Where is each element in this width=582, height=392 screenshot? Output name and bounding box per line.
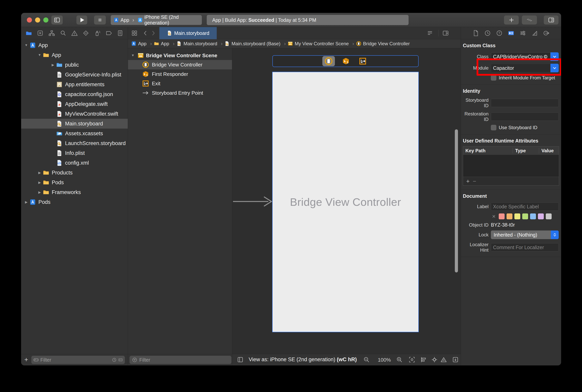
breadcrumb-item[interactable]: Bridge View Controller ›	[356, 41, 410, 46]
disclosure-triangle-icon[interactable]	[23, 43, 29, 47]
file-row[interactable]: Pods	[21, 178, 128, 188]
disclosure-triangle-icon[interactable]	[36, 180, 43, 185]
file-row[interactable]: capacitor.config.json	[21, 90, 128, 99]
resolve-autolayout-icon[interactable]	[440, 356, 447, 363]
use-storyboard-id-checkbox[interactable]	[491, 125, 496, 130]
file-row[interactable]: Main.storyboard	[21, 119, 128, 128]
toggle-outline-icon[interactable]	[237, 356, 244, 363]
class-dropdown-button[interactable]	[551, 52, 559, 61]
breadcrumb-item[interactable]: Main.storyboard ›	[176, 41, 224, 46]
tab-issue-navigator[interactable]	[71, 30, 78, 36]
zoom-out-icon[interactable]	[363, 356, 370, 363]
tab-connections-inspector[interactable]	[543, 30, 550, 36]
tab-identity-inspector[interactable]	[508, 30, 514, 36]
tab-attributes-inspector[interactable]	[520, 30, 526, 36]
inherit-module-checkbox[interactable]	[491, 75, 496, 80]
lock-popup[interactable]: Inherited - (Nothing)	[491, 230, 551, 239]
document-label-input[interactable]	[491, 202, 559, 211]
dock-view-controller-button[interactable]	[322, 56, 335, 66]
jump-to-class-arrow-icon[interactable]	[543, 54, 548, 60]
file-row[interactable]: AppDelegate.swift	[21, 99, 128, 109]
file-row[interactable]: public	[21, 60, 128, 70]
tab-project-navigator[interactable]	[25, 30, 32, 36]
module-field[interactable]: Capacitor	[491, 64, 551, 72]
navigator-filter-field[interactable]	[31, 356, 125, 364]
add-file-button[interactable]: +	[24, 356, 28, 364]
stop-button[interactable]	[94, 16, 106, 24]
breadcrumb-item[interactable]: App ›	[131, 41, 154, 46]
lock-popup-stepper[interactable]	[551, 230, 559, 239]
close-window-button[interactable]	[27, 18, 32, 22]
file-row[interactable]: Pods	[21, 197, 128, 207]
editor-tab-main-storyboard[interactable]: Main.storyboard	[159, 27, 217, 39]
tab-size-inspector[interactable]	[531, 30, 538, 36]
localizer-hint-input[interactable]	[491, 243, 559, 252]
related-items-grid-icon[interactable]	[131, 30, 138, 36]
breadcrumb-item[interactable]: My View Controller Scene ›	[288, 41, 356, 46]
tab-symbol-navigator[interactable]	[48, 30, 55, 36]
outline-filter-field[interactable]	[129, 356, 231, 364]
class-field[interactable]: CAPBridgeViewControl...	[491, 52, 551, 61]
file-row[interactable]: GoogleService-Info.plist	[21, 70, 128, 80]
add-attribute-button[interactable]: +	[466, 178, 470, 185]
color-tag-swatch[interactable]	[530, 214, 536, 219]
disclosure-triangle-icon[interactable]	[36, 53, 43, 57]
file-row[interactable]: Frameworks	[21, 188, 128, 197]
zoom-window-button[interactable]	[43, 18, 48, 22]
outline-item[interactable]: Exit	[128, 79, 232, 88]
tab-quick-help-inspector[interactable]	[496, 30, 503, 36]
toggle-navigator-button[interactable]	[51, 16, 63, 24]
color-tag-swatch[interactable]	[538, 214, 544, 219]
minimize-window-button[interactable]	[35, 18, 40, 22]
toggle-inspectors-button[interactable]	[544, 16, 559, 24]
dock-first-responder-button[interactable]	[340, 56, 352, 66]
color-tag-swatch[interactable]	[514, 214, 520, 219]
recent-files-clock-icon[interactable]	[112, 358, 117, 362]
dock-exit-button[interactable]	[357, 56, 369, 66]
file-row[interactable]: App	[21, 50, 128, 60]
file-row[interactable]: LaunchScreen.storyboard	[21, 138, 128, 148]
disclosure-triangle-icon[interactable]: ▼	[130, 54, 135, 58]
remove-attribute-button[interactable]: −	[473, 178, 476, 185]
restoration-id-input[interactable]	[491, 112, 559, 121]
editor-options-icon[interactable]	[427, 30, 433, 36]
scheme-selector[interactable]: App › iPhone SE (2nd generation)	[111, 15, 202, 25]
file-row[interactable]: MyViewController.swift	[21, 109, 128, 119]
update-frames-icon[interactable]	[409, 356, 415, 363]
color-tag-swatch[interactable]	[499, 214, 505, 219]
back-chevron-icon[interactable]	[142, 30, 149, 36]
run-button[interactable]	[76, 16, 87, 24]
disclosure-triangle-icon[interactable]	[36, 190, 43, 194]
outline-item[interactable]: Bridge View Controller	[128, 60, 232, 70]
zoom-level[interactable]: 100%	[378, 357, 391, 363]
tab-file-inspector[interactable]	[473, 30, 479, 36]
align-icon[interactable]	[420, 356, 427, 363]
file-row[interactable]: Info.plist	[21, 148, 128, 158]
tab-report-navigator[interactable]	[117, 30, 123, 36]
editor-arrows-button[interactable]	[522, 16, 537, 24]
tab-debug-navigator[interactable]	[94, 30, 101, 36]
breadcrumb-item[interactable]: Main.storyboard (Base) ›	[224, 41, 287, 46]
color-tag-swatch[interactable]	[507, 214, 513, 219]
outline-filter-input[interactable]	[139, 357, 229, 363]
tab-find-navigator[interactable]	[60, 30, 66, 36]
add-editor-icon[interactable]	[442, 30, 449, 36]
library-add-button[interactable]	[504, 16, 519, 24]
embed-icon[interactable]	[452, 356, 459, 363]
disclosure-triangle-icon[interactable]	[23, 200, 29, 204]
storyboard-entry-point-arrow[interactable]	[233, 195, 273, 208]
tab-test-navigator[interactable]	[82, 30, 89, 36]
file-row[interactable]: App	[21, 40, 128, 50]
disclosure-triangle-icon[interactable]	[50, 63, 56, 67]
tab-history-inspector[interactable]	[484, 30, 491, 36]
color-tag-swatch[interactable]: ×	[491, 214, 497, 219]
file-row[interactable]: config.xml	[21, 158, 128, 168]
disclosure-triangle-icon[interactable]	[36, 171, 43, 175]
outline-item[interactable]: Storyboard Entry Point	[128, 88, 232, 98]
breadcrumb-item[interactable]: App ›	[154, 41, 177, 46]
outline-item[interactable]: First Responder	[128, 70, 232, 79]
table-body-empty[interactable]	[463, 155, 559, 177]
outline-scene-row[interactable]: ▼ Bridge View Controller Scene	[128, 51, 232, 60]
forward-chevron-icon[interactable]	[150, 30, 157, 36]
file-row[interactable]: App.entitlements	[21, 80, 128, 90]
